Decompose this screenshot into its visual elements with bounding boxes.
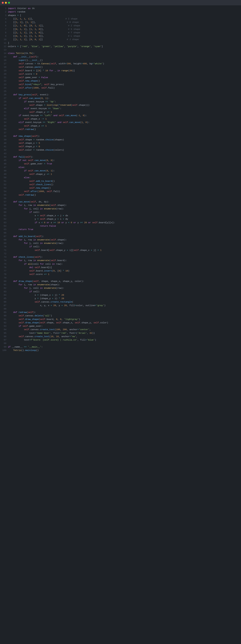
code-line-90: self.canvas.delete('all'): [8, 314, 238, 318]
line-num-99: 99: [2, 345, 6, 349]
code-line-45: if not self.can_move(0, 0):: [8, 159, 238, 162]
code-line-4: [[1, 1, 1, 1]], # I shape: [8, 17, 238, 21]
line-num-67: 67: [2, 235, 6, 238]
code-line-91: self.draw_shape(self.board, 0, 0, 'light…: [8, 318, 238, 321]
line-num-69: 69: [2, 242, 6, 245]
line-num-27: 27: [2, 97, 6, 100]
code-editor: 1 2 3 4 5 6 7 8 9 10 11 12 13 14 15 16 1…: [0, 5, 241, 354]
line-numbers: 1 2 3 4 5 6 7 8 9 10 11 12 13 14 15 16 1…: [0, 7, 8, 352]
code-line-81: for i, row in enumerate(shape):: [8, 283, 238, 286]
line-num-33: 33: [2, 117, 6, 121]
code-line-12: colors = ['red', 'blue', 'green', 'yello…: [8, 45, 238, 48]
line-num-24: 24: [2, 86, 6, 90]
code-line-73: def check_lines(self):: [8, 256, 238, 259]
code-line-28: if event.keysym == 'Up':: [8, 100, 238, 104]
close-button[interactable]: [2, 2, 4, 4]
line-num-34: 34: [2, 121, 6, 124]
line-num-16: 16: [2, 59, 6, 62]
line-num-88: 88: [2, 307, 6, 311]
code-line-8: [[1, 1, 1], [0, 1, 0]], # T shape: [8, 31, 238, 34]
line-num-15: 15: [2, 55, 6, 59]
line-num-58: 58: [2, 204, 6, 207]
line-num-21: 21: [2, 76, 6, 79]
code-line-19: self.board = [[0] * 10 for _ in range(20…: [8, 69, 238, 72]
line-num-76: 76: [2, 266, 6, 269]
line-num-2: 2: [2, 10, 6, 14]
code-line-21: self.game_over = False: [8, 76, 238, 79]
line-num-57: 57: [2, 200, 6, 204]
line-num-96: 96: [2, 335, 6, 338]
code-line-43: [8, 152, 238, 155]
line-num-26: 26: [2, 93, 6, 96]
line-num-66: 66: [2, 231, 6, 235]
line-num-30: 30: [2, 107, 6, 110]
minimize-button[interactable]: [5, 2, 7, 4]
line-num-55: 55: [2, 194, 6, 197]
code-line-82: for j, cell in enumerate(row):: [8, 286, 238, 290]
line-num-65: 65: [2, 228, 6, 231]
line-num-10: 10: [2, 38, 6, 41]
code-line-95: text='Game Over', fill='red', font=('Ari…: [8, 332, 238, 335]
code-line-84: x = (shape_x + j) * 20: [8, 294, 238, 297]
code-line-52: self.check_lines(): [8, 183, 238, 186]
code-line-83: if cell:: [8, 290, 238, 294]
code-line-48: if self.can_move(0, 1):: [8, 169, 238, 172]
code-line-54: self.after(1000, self.fall): [8, 190, 238, 193]
line-num-13: 13: [2, 48, 6, 52]
line-num-40: 40: [2, 142, 6, 145]
line-num-63: 63: [2, 221, 6, 224]
code-line-27: if self.can_move(0, 1):: [8, 97, 238, 100]
line-num-25: 25: [2, 90, 6, 93]
line-num-41: 41: [2, 145, 6, 148]
line-num-4: 4: [2, 17, 6, 21]
line-num-52: 52: [2, 183, 6, 186]
code-line-46: self.game_over = True: [8, 162, 238, 166]
line-num-51: 51: [2, 180, 6, 183]
code-line-62: y = self.shape_y + i + dy: [8, 218, 238, 221]
code-line-58: for i, row in enumerate(self.shape):: [8, 204, 238, 207]
line-num-35: 35: [2, 124, 6, 128]
line-num-39: 39: [2, 138, 6, 142]
code-content: import tkinter as tk import random shape…: [8, 7, 241, 352]
line-num-32: 32: [2, 114, 6, 117]
line-num-75: 75: [2, 262, 6, 266]
line-num-86: 86: [2, 300, 6, 304]
line-num-89: 89: [2, 311, 6, 314]
line-num-61: 61: [2, 214, 6, 218]
code-line-68: for i, row in enumerate(self.shape):: [8, 238, 238, 242]
line-num-18: 18: [2, 66, 6, 69]
code-line-40: self.shape_x = 5: [8, 142, 238, 145]
code-line-32: if event.keysym == 'Left' and self.can_m…: [8, 114, 238, 117]
line-num-48: 48: [2, 169, 6, 172]
code-line-47: else:: [8, 166, 238, 169]
line-num-85: 85: [2, 297, 6, 300]
line-num-14: 14: [2, 52, 6, 55]
code-line-97: text=f'Score: {self.score} | ruzhila.cn'…: [8, 338, 238, 342]
code-line-1: import tkinter as tk: [8, 7, 238, 10]
title-bar: [0, 0, 241, 5]
line-num-83: 83: [2, 290, 6, 294]
line-num-82: 82: [2, 286, 6, 290]
code-line-74: for i, row in enumerate(self.board):: [8, 259, 238, 262]
code-line-55: self.redraw(): [8, 194, 238, 197]
code-line-70: if cell:: [8, 245, 238, 248]
line-num-45: 45: [2, 159, 6, 162]
code-line-63: if x < 0 or x >= 10 or y < 0 or y >= 20 …: [8, 221, 238, 224]
line-num-72: 72: [2, 252, 6, 256]
code-line-67: def add_to_board(self):: [8, 235, 238, 238]
line-num-19: 19: [2, 69, 6, 72]
code-line-39: self.shape = random.choice(shapes): [8, 138, 238, 142]
code-line-50: else:: [8, 176, 238, 180]
code-line-15: def __init__(self):: [8, 55, 238, 59]
maximize-button[interactable]: [8, 2, 10, 4]
code-line-88: [8, 307, 238, 311]
line-num-93: 93: [2, 324, 6, 328]
line-num-92: 92: [2, 321, 6, 324]
code-line-29: self.shape = list(zip(*reversed(self.sha…: [8, 104, 238, 107]
code-line-57: def can_move(self, dx, dy):: [8, 200, 238, 204]
code-line-14: class Tetris(tk.Tk):: [8, 52, 238, 55]
line-num-100: 100: [2, 349, 6, 352]
code-line-85: y = (shape_y + i) * 20: [8, 297, 238, 300]
code-line-75: if all(cell for cell in row):: [8, 262, 238, 266]
code-line-99: if __name__ == '__main__':: [8, 345, 238, 349]
